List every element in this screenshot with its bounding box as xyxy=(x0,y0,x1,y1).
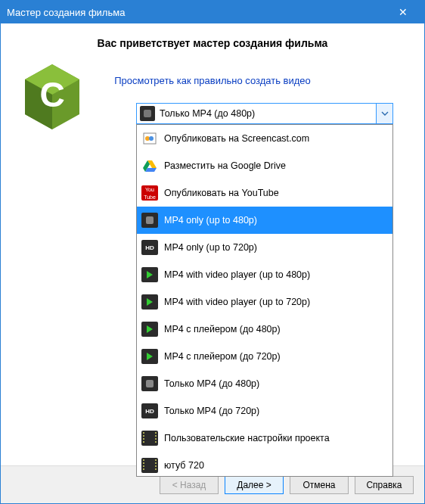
preset-option-label: Опубликовать на YouTube xyxy=(164,188,279,198)
gdrive-icon xyxy=(141,158,158,173)
preset-option[interactable]: MP4 с плейером (до 720p) xyxy=(137,343,392,370)
preset-option[interactable]: ютуб 720 xyxy=(137,452,392,477)
preset-option-label: MP4 only (up to 480p) xyxy=(164,215,257,226)
chevron-down-icon[interactable] xyxy=(376,104,392,123)
close-icon[interactable]: ✕ xyxy=(388,6,418,18)
preset-option-label: MP4 with video player (up to 480p) xyxy=(164,269,310,280)
preset-option-label: Только MP4 (до 480p) xyxy=(164,378,259,389)
preset-option[interactable]: MP4 with video player (up to 480p) xyxy=(137,261,392,288)
play-icon xyxy=(141,294,158,310)
preset-selected-label: Только MP4 (до 480p) xyxy=(160,108,376,119)
preset-option[interactable]: Опубликовать на Screencast.com xyxy=(137,125,392,152)
preset-icon xyxy=(140,106,155,121)
preset-option[interactable]: Пользовательские настройки проекта xyxy=(137,425,392,452)
back-button: < Назад xyxy=(160,476,219,494)
help-button[interactable]: Справка xyxy=(355,476,414,494)
youtube-icon: YouTube xyxy=(141,185,158,201)
preset-option-label: Только MP4 (до 720p) xyxy=(164,406,259,416)
window-title: Мастер создания фильма xyxy=(7,7,388,18)
preset-option-label: Опубликовать на Screencast.com xyxy=(164,133,309,144)
mp4-icon xyxy=(141,213,158,228)
preset-option-label: MP4 with video player (up to 720p) xyxy=(164,297,310,307)
play-icon xyxy=(141,349,158,364)
cancel-button[interactable]: Отмена xyxy=(290,476,349,494)
preset-option-label: ютуб 720 xyxy=(164,460,204,471)
play-icon xyxy=(141,267,158,282)
preset-option[interactable]: Только MP4 (до 480p) xyxy=(137,370,392,397)
preset-option-label: MP4 only (up to 720p) xyxy=(164,242,257,253)
play-icon xyxy=(141,322,158,337)
preset-option[interactable]: MP4 with video player (up to 720p) xyxy=(137,288,392,316)
svg-point-6 xyxy=(149,136,154,141)
preset-option[interactable]: HDТолько MP4 (до 720p) xyxy=(137,397,392,425)
preset-option[interactable]: MP4 only (up to 480p) xyxy=(137,207,392,234)
hd-icon: HD xyxy=(141,240,158,255)
preset-option[interactable]: Разместить на Google Drive xyxy=(137,152,392,179)
preset-option-label: MP4 с плейером (до 480p) xyxy=(164,324,281,334)
preset-option-label: Разместить на Google Drive xyxy=(164,160,286,171)
preset-option[interactable]: YouTubeОпубликовать на YouTube xyxy=(137,179,392,207)
preset-option-label: Пользовательские настройки проекта xyxy=(164,433,330,443)
camtasia-logo: C xyxy=(22,64,82,135)
preset-combobox[interactable]: Только MP4 (до 480p) xyxy=(136,103,393,124)
film-icon xyxy=(141,458,158,473)
preset-option[interactable]: MP4 с плейером (до 480p) xyxy=(137,316,392,343)
preset-option[interactable]: HDMP4 only (up to 720p) xyxy=(137,234,392,261)
preset-option-label: MP4 с плейером (до 720p) xyxy=(164,351,281,362)
titlebar[interactable]: Мастер создания фильма ✕ xyxy=(1,1,424,23)
hd-icon: HD xyxy=(141,403,158,418)
screencast-icon xyxy=(141,131,158,146)
mp4-icon xyxy=(141,376,158,391)
page-title: Вас приветствует мастер создания фильма xyxy=(19,37,406,49)
svg-text:C: C xyxy=(39,75,64,114)
wizard-body: Вас приветствует мастер создания фильма … xyxy=(1,23,424,465)
preset-dropdown[interactable]: Опубликовать на Screencast.comРазместить… xyxy=(136,124,393,477)
film-icon xyxy=(141,431,158,446)
next-button[interactable]: Далее > xyxy=(225,476,284,494)
wizard-window: Мастер создания фильма ✕ Вас приветствуе… xyxy=(0,0,425,504)
